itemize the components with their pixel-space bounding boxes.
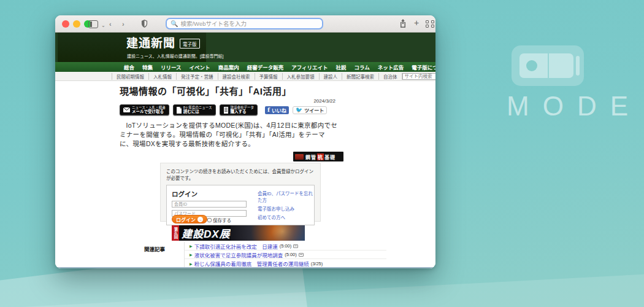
next-section-divider bbox=[55, 267, 435, 268]
primary-nav: 総合特集リリースイベント商品案内経審データ販売アフィリエイト社説コラムネット広告… bbox=[55, 62, 435, 72]
bullet-icon: ▶ bbox=[190, 252, 193, 257]
secondary-nav-item[interactable]: 新聞記事検索 bbox=[342, 73, 379, 80]
subscribe-link[interactable]: 電子版お申し込み bbox=[258, 205, 314, 212]
primary-nav-item[interactable]: アフィリエイト bbox=[291, 63, 328, 71]
building-icon bbox=[223, 107, 229, 114]
url-input[interactable] bbox=[180, 20, 318, 27]
shield-icon[interactable] bbox=[141, 20, 148, 28]
site-tagline: 建設ニュース、入札情報の建通新聞。[建設専門紙] bbox=[127, 53, 224, 59]
secondary-nav: 民間初期情報入札情報発注予定・営繕建設会社検索予算情報入札参加要領建設人新聞記事… bbox=[55, 72, 435, 81]
envelope-icon bbox=[123, 107, 130, 112]
expo-edition-badge: 第4回 bbox=[172, 225, 179, 241]
article-title: 現場情報の「可視化」「共有」「AI活用」 bbox=[120, 84, 347, 97]
site-logo[interactable]: 建通新聞 bbox=[126, 37, 175, 49]
article-actions: ニュース・入札・経審 メールで受け取る 8ヶ年度のニュース 読むには 建設会社デ… bbox=[120, 104, 335, 115]
related-article-link[interactable]: 液状化被害で足立参院議員が現地調査 bbox=[194, 251, 283, 258]
close-window-button[interactable] bbox=[62, 20, 69, 28]
mode-logo-icon bbox=[512, 45, 584, 86]
mode-watermark-text: MODE bbox=[507, 91, 642, 122]
tweet-button[interactable]: 🐦 ツイート bbox=[293, 106, 327, 114]
address-bar[interactable]: 🔍 bbox=[166, 18, 323, 29]
ad-logo-mark bbox=[295, 154, 304, 160]
archive-news-button[interactable]: 8ヶ年度のニュース 読むには bbox=[173, 104, 216, 115]
facebook-like-button[interactable]: f いいね bbox=[265, 106, 289, 114]
paywall-notice: このコンテンツの続きをお読みいただくためには、会員登録かログインが必要です。 bbox=[166, 168, 315, 181]
bullet-icon: ▶ bbox=[190, 262, 193, 266]
minimize-window-button[interactable] bbox=[73, 20, 80, 28]
mail-subscribe-button[interactable]: ニュース・入札・経審 メールで受け取る bbox=[120, 104, 169, 115]
secondary-nav-item[interactable]: 予算情報 bbox=[255, 73, 283, 80]
secondary-nav-item[interactable]: 発注予定・営繕 bbox=[177, 73, 218, 80]
primary-nav-item[interactable]: 商品案内 bbox=[218, 63, 239, 71]
sidebar-toggle-icon[interactable] bbox=[88, 20, 98, 28]
primary-nav-item[interactable]: コラム bbox=[355, 63, 370, 71]
bullet-icon: ▶ bbox=[190, 244, 193, 248]
related-article-link[interactable]: 下請取引適正化計画を改定 日建連 bbox=[194, 243, 278, 250]
secondary-nav-item[interactable]: 建設人 bbox=[320, 73, 343, 80]
login-box: ログイン ログイン → 保存する 会員ID、パスワードを忘れた方 電子版お申し込… bbox=[166, 185, 315, 225]
newspaper-icon bbox=[299, 253, 304, 257]
primary-nav-item[interactable]: 総合 bbox=[124, 63, 134, 71]
secondary-nav-item[interactable]: 入札参加要領 bbox=[283, 73, 320, 80]
primary-nav-item[interactable]: リリース bbox=[161, 63, 182, 71]
paywall-login-section: このコンテンツの続きをお読みいただくためには、会員登録かログインが必要です。 ロ… bbox=[160, 163, 321, 222]
facebook-icon: f bbox=[267, 107, 270, 113]
secondary-nav-item[interactable]: 入札情報 bbox=[149, 73, 177, 80]
arrow-right-icon: → bbox=[197, 217, 203, 222]
save-login-label: 保存する bbox=[213, 217, 231, 223]
primary-nav-item[interactable]: イベント bbox=[190, 63, 210, 71]
related-article-row: ▶ 液状化被害で足立参院議員が現地調査 (5:00) bbox=[185, 251, 386, 259]
primary-nav-item[interactable]: ネット広告 bbox=[378, 63, 404, 71]
search-icon: 🔍 bbox=[171, 20, 178, 27]
related-articles-list: ▶ 下請取引適正化計画を改定 日建連 (5:00) ▶ 液状化被害で足立参院議員… bbox=[184, 242, 386, 268]
related-article-link[interactable]: 粉じん保護具の着用徹底 管理責任者の運用継続 bbox=[194, 260, 309, 267]
webpage: 建通新聞 電子版 建設ニュース、入札情報の建通新聞。[建設専門紙] 総合特集リリ… bbox=[55, 33, 435, 268]
steel-pipe-pile-ad-banner[interactable]: 鋼管杭基礎 bbox=[293, 152, 343, 161]
share-icon[interactable] bbox=[399, 19, 407, 30]
chevron-down-icon[interactable]: ⌄ bbox=[101, 21, 105, 31]
back-button[interactable]: ‹ bbox=[109, 19, 112, 29]
forward-button[interactable]: › bbox=[122, 19, 125, 29]
company-data-button[interactable]: 建設会社データ 購入する bbox=[220, 104, 258, 115]
member-id-field[interactable] bbox=[172, 201, 247, 208]
newspaper-icon bbox=[293, 244, 298, 248]
first-time-link[interactable]: 初めての方へ bbox=[258, 214, 314, 220]
site-header: 建通新聞 電子版 建設ニュース、入札情報の建通新聞。[建設専門紙] bbox=[55, 33, 435, 62]
twitter-icon: 🐦 bbox=[296, 107, 302, 113]
edition-badge: 電子版 bbox=[180, 39, 200, 49]
expo-photo bbox=[231, 225, 305, 241]
construction-dx-expo-banner[interactable]: 第4回 建設DX展 bbox=[172, 225, 305, 241]
save-login-checkbox[interactable] bbox=[207, 218, 212, 222]
related-article-row: ▶ 粉じん保護具の着用徹底 管理責任者の運用継続 (3/25) bbox=[185, 259, 386, 268]
forgot-credentials-link[interactable]: 会員ID、パスワードを忘れた方 bbox=[258, 190, 314, 203]
expo-title: 建設DX展 bbox=[179, 225, 231, 241]
document-icon bbox=[177, 107, 182, 114]
primary-nav-item[interactable]: 電子版について bbox=[412, 63, 435, 71]
tab-overview-icon[interactable] bbox=[426, 20, 434, 28]
primary-nav-item[interactable]: 社説 bbox=[336, 63, 347, 71]
login-help-links: 会員ID、パスワードを忘れた方 電子版お申し込み 初めての方へ bbox=[258, 190, 314, 220]
primary-nav-item[interactable]: 特集 bbox=[142, 63, 153, 71]
new-tab-icon[interactable]: + bbox=[414, 18, 419, 28]
secondary-nav-item[interactable]: 建設会社検索 bbox=[218, 73, 255, 80]
related-articles-label: 関連記事 bbox=[144, 245, 165, 252]
secondary-nav-item[interactable]: 自治体 bbox=[379, 73, 402, 80]
article-body: IoTソリューションを提供するMODE(米国)は、4月12日に東京都内でセミナー… bbox=[120, 121, 338, 149]
secondary-nav-item[interactable]: 民間初期情報 bbox=[112, 73, 149, 80]
site-search-input[interactable] bbox=[402, 73, 436, 80]
browser-titlebar: ⌄ ‹ › 🔍 + bbox=[55, 15, 435, 33]
primary-nav-item[interactable]: 経審データ販売 bbox=[247, 63, 284, 71]
related-article-row: ▶ 下請取引適正化計画を改定 日建連 (5:00) bbox=[185, 242, 386, 251]
article-date: 2024/3/22 bbox=[120, 98, 335, 104]
login-button[interactable]: ログイン → bbox=[172, 215, 207, 223]
browser-window: ⌄ ‹ › 🔍 + 建通新聞 電子版 建設ニュース、入札情報の建通 bbox=[55, 15, 435, 268]
